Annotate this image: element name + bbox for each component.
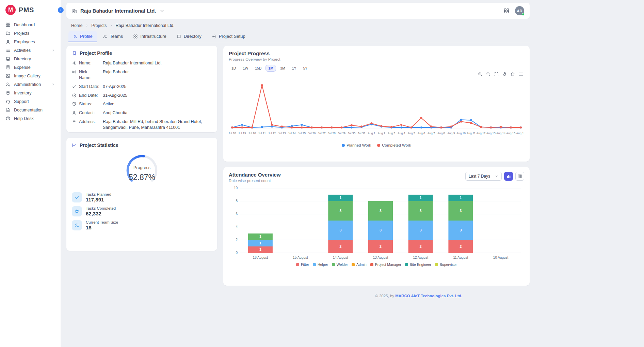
topbar: Raja Bahadur International Ltd. AD xyxy=(66,3,530,19)
svg-text:Jul 23: Jul 23 xyxy=(278,132,286,135)
check-icon xyxy=(72,84,77,89)
days-filter-select[interactable]: Last 7 Days xyxy=(465,172,502,181)
sidebar-item-label: Help Desk xyxy=(14,116,34,121)
legend-swatch xyxy=(352,263,355,266)
profile-field-start-date: Start Date: 07-Apr-2025 xyxy=(72,84,212,90)
menu-icon[interactable] xyxy=(518,72,524,77)
svg-text:Jul 28: Jul 28 xyxy=(328,132,336,135)
field-value: Anuj Chordia xyxy=(103,110,127,116)
legend-item-planned-work[interactable]: Planned Work xyxy=(342,143,371,147)
legend-item-site-engineer[interactable]: Site Engineer xyxy=(405,262,431,267)
chart-view-button[interactable] xyxy=(504,172,513,181)
check-icon xyxy=(72,192,82,202)
breadcrumb-item-home[interactable]: Home xyxy=(71,23,82,28)
sidebar-item-activities[interactable]: Activities xyxy=(0,46,61,55)
stat-value: 117,891 xyxy=(86,197,111,202)
project-statistics-card: Project Statistics Progress52.87% Tasks … xyxy=(66,138,217,251)
tab-infrastructure[interactable]: Infrastructure xyxy=(129,31,171,42)
logo-icon: M xyxy=(5,5,16,15)
svg-text:1: 1 xyxy=(259,235,261,239)
range-5y-button[interactable]: 5Y xyxy=(300,65,310,72)
svg-text:16 August: 16 August xyxy=(253,256,268,259)
svg-text:1: 1 xyxy=(460,196,462,200)
sidebar-item-inventory[interactable]: Inventory xyxy=(0,89,61,97)
days-filter-value: Last 7 Days xyxy=(469,174,490,179)
range-1m-button[interactable]: 1M xyxy=(265,65,276,72)
sidebar-item-label: Expense xyxy=(14,65,31,70)
range-1w-button[interactable]: 1W xyxy=(240,65,251,72)
stats-list: Tasks Planned 117,891 Tasks Completed 62… xyxy=(72,192,212,230)
attendance-chart[interactable]: 024681016 August11115 August14 August233… xyxy=(229,186,524,262)
chevron-left-icon xyxy=(59,8,63,12)
legend-item-supervisor[interactable]: Supervisor xyxy=(435,262,457,267)
svg-text:Jul 25: Jul 25 xyxy=(298,132,306,135)
field-label: Address: xyxy=(79,119,100,125)
table-view-button[interactable] xyxy=(515,172,524,181)
legend-item-admin[interactable]: Admin xyxy=(352,262,367,267)
range-1d-button[interactable]: 1D xyxy=(229,65,239,72)
range-15d-button[interactable]: 15D xyxy=(252,65,264,72)
footer-brand-link[interactable]: MARCO AIoT Technologies Pvt. Ltd. xyxy=(395,294,462,298)
stats-card-title-row: Project Statistics xyxy=(72,142,212,148)
legend-label: Admin xyxy=(356,262,367,267)
selection-icon[interactable] xyxy=(494,72,499,77)
sidebar-menu: Dashboard Projects Employees Activities … xyxy=(0,20,61,123)
sidebar-collapse-button[interactable] xyxy=(58,7,64,13)
user-gear-icon xyxy=(5,82,11,87)
breadcrumb-item-projects[interactable]: Projects xyxy=(91,23,107,28)
svg-text:0: 0 xyxy=(236,251,238,255)
profile-field-nick-name: Nick Name: Raja Bahadur xyxy=(72,69,212,81)
sidebar-item-label: Activities xyxy=(14,48,31,53)
legend-item-welder[interactable]: Welder xyxy=(332,262,348,267)
profile-field-name: Name: Raja Bahadur International Ltd. xyxy=(72,60,212,66)
svg-text:Aug 12: Aug 12 xyxy=(477,132,486,135)
image-icon xyxy=(5,73,11,78)
sidebar-item-label: Support xyxy=(14,99,29,104)
tab-profile[interactable]: Profile xyxy=(68,31,97,42)
sidebar-item-expense[interactable]: Expense xyxy=(0,63,61,72)
topbar-right: AD xyxy=(503,6,524,15)
progress-chart[interactable]: Jul 18Jul 19Jul 20Jul 21Jul 22Jul 23Jul … xyxy=(229,75,524,142)
profile-field-status: Status: Active xyxy=(72,101,212,107)
sidebar-item-label: Documentation xyxy=(14,108,43,112)
pan-icon[interactable] xyxy=(502,72,507,77)
zoom-out-icon[interactable] xyxy=(486,72,491,77)
star-icon xyxy=(72,206,82,216)
legend-item-fitter[interactable]: Fitter xyxy=(296,262,309,267)
sidebar-item-help-desk[interactable]: Help Desk xyxy=(0,114,61,123)
range-selector: 1D1W15D1M3M1Y5Y xyxy=(229,65,524,72)
tab-project-setup[interactable]: Project Setup xyxy=(207,31,250,42)
sidebar-item-directory[interactable]: Directory xyxy=(0,55,61,63)
sidebar-item-projects[interactable]: Projects xyxy=(0,29,61,37)
company-selector[interactable]: Raja Bahadur International Ltd. xyxy=(72,8,165,14)
tab-teams[interactable]: Teams xyxy=(98,31,127,42)
sidebar-item-employees[interactable]: Employees xyxy=(0,37,61,46)
svg-text:1: 1 xyxy=(339,196,341,200)
sidebar-item-documentation[interactable]: Documentation xyxy=(0,106,61,114)
svg-text:Progress: Progress xyxy=(133,165,150,170)
svg-text:1: 1 xyxy=(420,196,422,200)
app-logo[interactable]: M PMS xyxy=(0,0,61,18)
attendance-legend: Fitter Helper Welder Admin Project Manag… xyxy=(229,262,524,267)
users-icon xyxy=(72,220,82,230)
avatar[interactable]: AD xyxy=(515,6,524,15)
svg-text:2: 2 xyxy=(236,238,238,242)
sidebar-item-support[interactable]: Support xyxy=(0,97,61,106)
legend-swatch xyxy=(313,263,316,266)
range-1y-button[interactable]: 1Y xyxy=(289,65,299,72)
home-icon[interactable] xyxy=(510,72,515,77)
svg-text:Aug 15: Aug 15 xyxy=(506,132,515,135)
zoom-in-icon[interactable] xyxy=(478,72,483,77)
legend-item-completed-work[interactable]: Completed Work xyxy=(377,143,411,147)
sidebar-item-image-gallery[interactable]: Image Gallery xyxy=(0,72,61,80)
breadcrumb-item-raja-bahadur-international-ltd[interactable]: Raja Bahadur International Ltd. xyxy=(116,23,175,28)
legend-item-project-manager[interactable]: Project Manager xyxy=(370,262,401,267)
svg-text:Aug 3: Aug 3 xyxy=(388,132,395,135)
apps-button[interactable] xyxy=(503,8,510,14)
tab-directory[interactable]: Directory xyxy=(172,31,206,42)
tab-label: Profile xyxy=(80,34,93,39)
range-3m-button[interactable]: 3M xyxy=(277,65,288,72)
legend-item-helper[interactable]: Helper xyxy=(313,262,328,267)
sidebar-item-administration[interactable]: Administration xyxy=(0,80,61,89)
sidebar-item-dashboard[interactable]: Dashboard xyxy=(0,20,61,29)
